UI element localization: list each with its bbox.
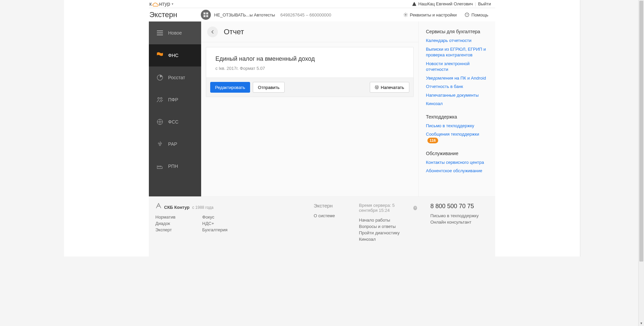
sidebar-item-label: ПФР (168, 97, 178, 102)
sidebar-item-new[interactable]: Новое (149, 21, 201, 44)
rp-link[interactable]: Отчетность в банк (426, 84, 492, 90)
settings-link[interactable]: Реквизиты и настройки (403, 12, 457, 17)
rp-heading-service: Обслуживание (426, 151, 492, 156)
footer-link[interactable]: Начало работы (359, 218, 417, 223)
svg-point-7 (158, 143, 160, 144)
svg-point-4 (158, 98, 159, 99)
svg-point-9 (159, 144, 161, 146)
edit-button[interactable]: Редактировать (210, 82, 250, 93)
scrollbar[interactable]: ▲ ▼ (638, 0, 644, 326)
sidebar-item-pfr[interactable]: ПФР (149, 89, 201, 111)
company-name: СКБ Контур (164, 205, 190, 210)
svg-point-8 (160, 143, 162, 144)
footer: СКБ Контур с 1988 года Норматив Диадок Э… (149, 196, 495, 257)
footer-link[interactable]: Бухгалтерия (202, 227, 227, 232)
svg-rect-10 (375, 86, 378, 87)
logo-text-right: нтур (159, 1, 170, 7)
print-button[interactable]: Напечатать (370, 82, 409, 93)
send-button[interactable]: Отправить (253, 82, 284, 93)
footer-link[interactable]: Пройти диагностику (359, 230, 417, 235)
cloud-icon (153, 2, 159, 6)
back-button[interactable] (207, 27, 218, 37)
sidebar-item-label: Новое (168, 30, 182, 36)
print-label: Напечатать (381, 85, 404, 90)
help-icon[interactable]: ? (413, 206, 417, 210)
footer-heading: Экстерн (314, 203, 346, 208)
factory-icon (156, 162, 164, 170)
rp-heading-support: Техподдержка (426, 114, 492, 120)
sidebar: Новое ФНС Росстат (149, 21, 201, 196)
rp-link[interactable]: Выписки из ЕГРЮЛ, ЕГРИП и проверка контр… (426, 46, 492, 58)
print-icon (375, 85, 379, 89)
rp-link[interactable]: Абонентское обслуживание (426, 168, 492, 174)
svg-point-5 (160, 98, 162, 99)
piechart-icon (156, 74, 164, 81)
grapes-icon (156, 140, 164, 148)
scroll-down-icon[interactable]: ▼ (639, 320, 644, 326)
gear-icon (403, 12, 408, 17)
footer-link[interactable]: Эксперт (156, 227, 176, 232)
chevron-down-icon[interactable]: ▾ (172, 2, 173, 6)
scrollbar-thumb[interactable] (639, 1, 643, 262)
org-name[interactable]: НЕ_ОТЗЫВАТЬ...ы Автотесты (214, 12, 275, 17)
org-switcher-icon[interactable] (201, 10, 211, 20)
logo-text-left: к (150, 1, 152, 7)
separator: | (475, 1, 476, 6)
report-subtitle: с Iкв. 2017г. Формат 5.07 (216, 66, 404, 71)
sidebar-item-rpn[interactable]: РПН (149, 155, 201, 177)
user-name-link[interactable]: НашКац Евгений Олегович (418, 1, 473, 6)
flag-icon (156, 52, 164, 59)
footer-link[interactable]: Письмо в техподдержку (430, 213, 488, 218)
skb-logo-icon (156, 203, 162, 209)
sidebar-item-label: РПН (168, 164, 178, 169)
logout-link[interactable]: Выйти (478, 1, 491, 6)
footer-link[interactable]: О системе (314, 213, 346, 218)
footer-link[interactable]: Диадок (156, 221, 176, 226)
people-icon (156, 96, 164, 103)
support-phone: 8 800 500 70 75 (430, 203, 488, 210)
list-icon (156, 29, 164, 37)
rp-link[interactable]: Уведомления на ПК и Android (426, 75, 492, 81)
rp-link[interactable]: Напечатанные документы (426, 92, 492, 98)
company-since: с 1988 года (192, 205, 214, 210)
messages-badge: 116 (427, 138, 438, 143)
rp-heading-services: Сервисы для бухгалтера (426, 29, 492, 34)
rp-link-messages[interactable]: Сообщения техподдержки 116 (426, 131, 492, 143)
report-card: Единый налог на вмененный доход с Iкв. 2… (206, 47, 414, 97)
rp-link[interactable]: Письмо в техподдержку (426, 123, 492, 129)
footer-link[interactable]: Фокус (202, 215, 227, 220)
topbar: к нтур ▾ НашКац Евгений Олегович | Выйти (149, 0, 495, 8)
footer-link[interactable]: Кинозал (359, 237, 417, 242)
sidebar-item-fns[interactable]: ФНС (149, 44, 201, 66)
content-header: Отчет (201, 21, 418, 42)
rp-link[interactable]: Новости электронной отчетности (426, 61, 492, 73)
user-icon (412, 2, 416, 6)
rp-link[interactable]: Кинозал (426, 101, 492, 107)
svg-text:?: ? (466, 13, 468, 16)
sidebar-item-label: ФСС (168, 119, 179, 125)
sidebar-item-fss[interactable]: ФСС (149, 111, 201, 133)
footer-link[interactable]: НДС+ (202, 221, 227, 226)
sidebar-item-rosstat[interactable]: Росстат (149, 66, 201, 89)
footer-link[interactable]: Вопросы и ответы (359, 224, 417, 229)
help-link[interactable]: ? Помощь (465, 12, 488, 17)
server-time: Время сервера: 5 сентября 15:24 ? (359, 203, 417, 213)
help-label: Помощь (471, 12, 488, 17)
rp-link[interactable]: Календарь отчетности (426, 38, 492, 44)
footer-link[interactable]: Норматив (156, 215, 176, 220)
logo[interactable]: к нтур ▾ (149, 1, 173, 7)
header: Экстерн НЕ_ОТЗЫВАТЬ...ы Автотесты 649826… (149, 8, 495, 21)
svg-point-0 (405, 14, 406, 15)
page-title: Отчет (224, 28, 244, 36)
shield-icon (156, 118, 164, 126)
report-title: Единый налог на вмененный доход (216, 55, 404, 62)
settings-label: Реквизиты и настройки (410, 12, 457, 17)
sidebar-item-label: Росстат (168, 75, 185, 80)
sidebar-item-label: ФНС (168, 53, 179, 58)
sidebar-item-rar[interactable]: РАР (149, 133, 201, 155)
rp-link[interactable]: Контакты сервисного центра (426, 159, 492, 166)
brand-title: Экстерн (150, 10, 177, 19)
footer-link[interactable]: Онлайн консультант (430, 220, 488, 225)
sidebar-item-label: РАР (168, 141, 177, 147)
help-icon: ? (465, 12, 469, 17)
